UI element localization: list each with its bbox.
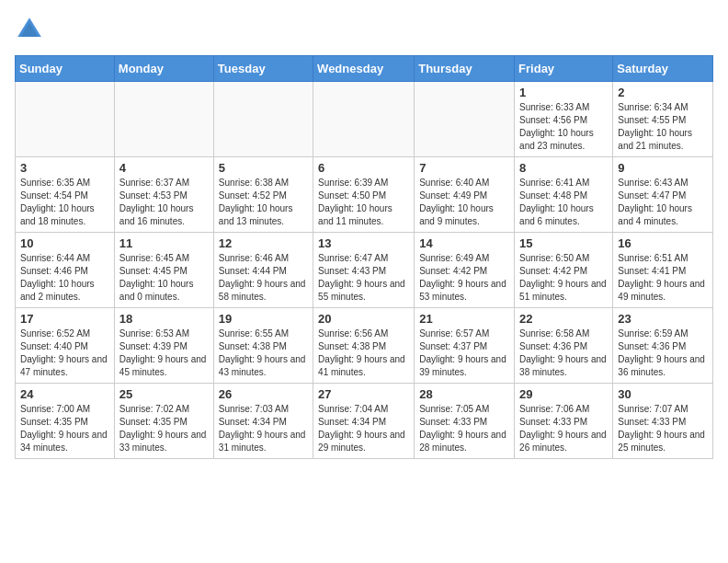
day-number: 1 bbox=[519, 86, 608, 99]
day-info: Sunrise: 6:50 AM Sunset: 4:42 PM Dayligh… bbox=[519, 252, 608, 304]
day-info: Sunrise: 6:35 AM Sunset: 4:54 PM Dayligh… bbox=[20, 177, 109, 228]
calendar-cell: 16Sunrise: 6:51 AM Sunset: 4:41 PM Dayli… bbox=[613, 233, 713, 308]
day-info: Sunrise: 6:38 AM Sunset: 4:52 PM Dayligh… bbox=[219, 177, 308, 228]
weekday-header-tuesday: Tuesday bbox=[213, 56, 313, 82]
weekday-header-wednesday: Wednesday bbox=[313, 56, 415, 82]
calendar-cell: 22Sunrise: 6:58 AM Sunset: 4:36 PM Dayli… bbox=[515, 308, 613, 384]
weekday-header-monday: Monday bbox=[114, 56, 213, 82]
day-number: 10 bbox=[20, 236, 109, 250]
calendar-cell bbox=[16, 82, 115, 157]
calendar-cell: 3Sunrise: 6:35 AM Sunset: 4:54 PM Daylig… bbox=[16, 157, 115, 233]
day-info: Sunrise: 6:33 AM Sunset: 4:56 PM Dayligh… bbox=[519, 101, 608, 153]
day-number: 25 bbox=[119, 387, 209, 401]
day-info: Sunrise: 6:43 AM Sunset: 4:47 PM Dayligh… bbox=[618, 177, 708, 228]
calendar-cell: 18Sunrise: 6:53 AM Sunset: 4:39 PM Dayli… bbox=[114, 308, 213, 384]
day-number: 11 bbox=[119, 236, 209, 250]
day-number: 7 bbox=[419, 161, 509, 175]
calendar-cell: 19Sunrise: 6:55 AM Sunset: 4:38 PM Dayli… bbox=[213, 308, 313, 384]
day-number: 18 bbox=[119, 312, 209, 326]
day-info: Sunrise: 6:58 AM Sunset: 4:36 PM Dayligh… bbox=[519, 327, 608, 379]
day-number: 17 bbox=[20, 312, 109, 326]
calendar-cell: 12Sunrise: 6:46 AM Sunset: 4:44 PM Dayli… bbox=[213, 233, 313, 308]
day-number: 21 bbox=[419, 312, 509, 326]
calendar-row-1: 1Sunrise: 6:33 AM Sunset: 4:56 PM Daylig… bbox=[16, 82, 713, 157]
calendar-cell: 6Sunrise: 6:39 AM Sunset: 4:50 PM Daylig… bbox=[313, 157, 415, 233]
calendar-cell: 14Sunrise: 6:49 AM Sunset: 4:42 PM Dayli… bbox=[415, 233, 515, 308]
calendar-cell: 9Sunrise: 6:43 AM Sunset: 4:47 PM Daylig… bbox=[613, 157, 713, 233]
day-number: 8 bbox=[519, 161, 608, 175]
calendar-cell: 24Sunrise: 7:00 AM Sunset: 4:35 PM Dayli… bbox=[16, 384, 115, 459]
day-number: 30 bbox=[618, 387, 708, 401]
day-info: Sunrise: 6:39 AM Sunset: 4:50 PM Dayligh… bbox=[318, 177, 409, 228]
weekday-header-sunday: Sunday bbox=[16, 56, 115, 82]
calendar-cell: 21Sunrise: 6:57 AM Sunset: 4:37 PM Dayli… bbox=[415, 308, 515, 384]
weekday-header-friday: Friday bbox=[515, 56, 613, 82]
day-number: 20 bbox=[318, 312, 409, 326]
calendar-cell: 23Sunrise: 6:59 AM Sunset: 4:36 PM Dayli… bbox=[613, 308, 713, 384]
day-info: Sunrise: 7:07 AM Sunset: 4:33 PM Dayligh… bbox=[618, 403, 708, 454]
calendar-cell: 17Sunrise: 6:52 AM Sunset: 4:40 PM Dayli… bbox=[16, 308, 115, 384]
calendar-cell: 13Sunrise: 6:47 AM Sunset: 4:43 PM Dayli… bbox=[313, 233, 415, 308]
calendar: SundayMondayTuesdayWednesdayThursdayFrid… bbox=[15, 55, 713, 459]
day-number: 14 bbox=[419, 236, 509, 250]
day-number: 12 bbox=[219, 236, 308, 250]
calendar-cell: 10Sunrise: 6:44 AM Sunset: 4:46 PM Dayli… bbox=[16, 233, 115, 308]
calendar-header: SundayMondayTuesdayWednesdayThursdayFrid… bbox=[16, 56, 713, 82]
calendar-cell: 4Sunrise: 6:37 AM Sunset: 4:53 PM Daylig… bbox=[114, 157, 213, 233]
day-info: Sunrise: 7:00 AM Sunset: 4:35 PM Dayligh… bbox=[20, 403, 109, 454]
calendar-cell: 30Sunrise: 7:07 AM Sunset: 4:33 PM Dayli… bbox=[613, 384, 713, 459]
day-number: 6 bbox=[318, 161, 409, 175]
day-number: 26 bbox=[219, 387, 308, 401]
day-info: Sunrise: 6:52 AM Sunset: 4:40 PM Dayligh… bbox=[20, 327, 109, 379]
day-info: Sunrise: 6:37 AM Sunset: 4:53 PM Dayligh… bbox=[119, 177, 209, 228]
day-info: Sunrise: 6:51 AM Sunset: 4:41 PM Dayligh… bbox=[618, 252, 708, 304]
day-number: 13 bbox=[318, 236, 409, 250]
day-info: Sunrise: 6:57 AM Sunset: 4:37 PM Dayligh… bbox=[419, 327, 509, 379]
logo bbox=[15, 15, 48, 44]
day-number: 23 bbox=[618, 312, 708, 326]
day-number: 29 bbox=[519, 387, 608, 401]
day-number: 5 bbox=[219, 161, 308, 175]
calendar-row-2: 3Sunrise: 6:35 AM Sunset: 4:54 PM Daylig… bbox=[16, 157, 713, 233]
day-info: Sunrise: 7:03 AM Sunset: 4:34 PM Dayligh… bbox=[219, 403, 308, 454]
calendar-cell: 2Sunrise: 6:34 AM Sunset: 4:55 PM Daylig… bbox=[613, 82, 713, 157]
day-info: Sunrise: 6:44 AM Sunset: 4:46 PM Dayligh… bbox=[20, 252, 109, 304]
day-info: Sunrise: 6:45 AM Sunset: 4:45 PM Dayligh… bbox=[119, 252, 209, 304]
calendar-cell bbox=[313, 82, 415, 157]
calendar-cell: 8Sunrise: 6:41 AM Sunset: 4:48 PM Daylig… bbox=[515, 157, 613, 233]
calendar-cell: 29Sunrise: 7:06 AM Sunset: 4:33 PM Dayli… bbox=[515, 384, 613, 459]
day-info: Sunrise: 7:02 AM Sunset: 4:35 PM Dayligh… bbox=[119, 403, 209, 454]
day-number: 4 bbox=[119, 161, 209, 175]
calendar-cell: 20Sunrise: 6:56 AM Sunset: 4:38 PM Dayli… bbox=[313, 308, 415, 384]
weekday-header-thursday: Thursday bbox=[415, 56, 515, 82]
calendar-cell: 11Sunrise: 6:45 AM Sunset: 4:45 PM Dayli… bbox=[114, 233, 213, 308]
calendar-cell: 26Sunrise: 7:03 AM Sunset: 4:34 PM Dayli… bbox=[213, 384, 313, 459]
day-info: Sunrise: 6:34 AM Sunset: 4:55 PM Dayligh… bbox=[618, 101, 708, 153]
day-info: Sunrise: 6:40 AM Sunset: 4:49 PM Dayligh… bbox=[419, 177, 509, 228]
day-number: 16 bbox=[618, 236, 708, 250]
header bbox=[15, 15, 713, 44]
calendar-cell bbox=[114, 82, 213, 157]
day-info: Sunrise: 6:53 AM Sunset: 4:39 PM Dayligh… bbox=[119, 327, 209, 379]
calendar-cell: 7Sunrise: 6:40 AM Sunset: 4:49 PM Daylig… bbox=[415, 157, 515, 233]
day-number: 22 bbox=[519, 312, 608, 326]
day-info: Sunrise: 7:04 AM Sunset: 4:34 PM Dayligh… bbox=[318, 403, 409, 454]
day-number: 28 bbox=[419, 387, 509, 401]
day-number: 3 bbox=[20, 161, 109, 175]
calendar-cell: 1Sunrise: 6:33 AM Sunset: 4:56 PM Daylig… bbox=[515, 82, 613, 157]
calendar-cell bbox=[415, 82, 515, 157]
day-number: 15 bbox=[519, 236, 608, 250]
calendar-cell bbox=[213, 82, 313, 157]
day-number: 9 bbox=[618, 161, 708, 175]
calendar-row-5: 24Sunrise: 7:00 AM Sunset: 4:35 PM Dayli… bbox=[16, 384, 713, 459]
calendar-cell: 27Sunrise: 7:04 AM Sunset: 4:34 PM Dayli… bbox=[313, 384, 415, 459]
calendar-cell: 25Sunrise: 7:02 AM Sunset: 4:35 PM Dayli… bbox=[114, 384, 213, 459]
day-info: Sunrise: 6:49 AM Sunset: 4:42 PM Dayligh… bbox=[419, 252, 509, 304]
weekday-header-saturday: Saturday bbox=[613, 56, 713, 82]
day-info: Sunrise: 6:41 AM Sunset: 4:48 PM Dayligh… bbox=[519, 177, 608, 228]
day-info: Sunrise: 6:56 AM Sunset: 4:38 PM Dayligh… bbox=[318, 327, 409, 379]
day-info: Sunrise: 7:05 AM Sunset: 4:33 PM Dayligh… bbox=[419, 403, 509, 454]
day-number: 27 bbox=[318, 387, 409, 401]
day-info: Sunrise: 6:59 AM Sunset: 4:36 PM Dayligh… bbox=[618, 327, 708, 379]
day-number: 2 bbox=[618, 86, 708, 99]
